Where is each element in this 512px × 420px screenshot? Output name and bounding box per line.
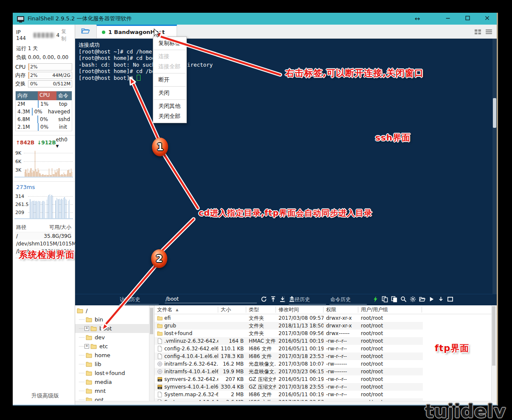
download-icon[interactable] bbox=[279, 296, 286, 302]
up-icon[interactable] bbox=[270, 296, 276, 302]
hamburger-menu-icon[interactable] bbox=[485, 28, 492, 35]
ping-bar bbox=[34, 200, 34, 218]
net-bar bbox=[58, 171, 58, 177]
refresh-icon[interactable] bbox=[261, 296, 267, 302]
process-cell: 2M bbox=[16, 100, 38, 108]
file-col-header-2[interactable]: 类型 bbox=[246, 307, 276, 313]
open-connections-button[interactable] bbox=[80, 27, 90, 36]
meter-2: 交换0%0/512M bbox=[15, 80, 72, 87]
file-size-cell: 207 KB bbox=[218, 376, 246, 382]
tree-guide bbox=[79, 319, 84, 320]
file-row[interactable]: initramfs-4.10.4-1.el6....19.9 MB光盘映像文..… bbox=[155, 368, 423, 375]
tree-item-lib[interactable]: lib bbox=[75, 360, 154, 369]
command-history-dropdown[interactable]: 命令历史 bbox=[329, 296, 367, 304]
menu-item-5[interactable]: 断开 bbox=[153, 75, 186, 85]
file-row[interactable]: GZsymvers-4.10.4-1.el6....330.4 KBGZ 压缩文… bbox=[155, 383, 423, 391]
copy-icon[interactable] bbox=[382, 296, 388, 302]
visit-history-dropdown[interactable]: 访问历史 bbox=[119, 296, 159, 304]
upgrade-link[interactable]: 升级高级版 bbox=[31, 392, 59, 400]
file-name-cell: config-2.6.32-642.el6.... bbox=[155, 346, 218, 352]
file-col-header-0[interactable]: 文件名▲ bbox=[155, 307, 218, 313]
ping-bar bbox=[60, 200, 61, 218]
tree-item-boot[interactable]: +boot bbox=[75, 324, 154, 333]
tree-item-media[interactable]: media bbox=[75, 378, 154, 386]
file-col-header-3[interactable]: 修改时间 bbox=[276, 307, 324, 313]
file-row[interactable]: lost+found文件夹2017/03/08 09:56drwx------r… bbox=[155, 330, 423, 337]
expand-icon[interactable]: + bbox=[84, 326, 89, 331]
net-bar bbox=[38, 168, 38, 177]
menu-item-10[interactable]: 关闭全部 bbox=[153, 111, 186, 121]
ping-bar bbox=[59, 199, 60, 219]
menu-item-7[interactable]: 关闭 bbox=[153, 88, 186, 98]
file-row[interactable]: efi文件夹2017/03/08 09:57drwxr-xr-xroot/roo… bbox=[155, 314, 423, 322]
file-col-header-4[interactable]: 权限 bbox=[324, 307, 358, 313]
file-name: lost+found bbox=[164, 330, 192, 336]
lightning-icon[interactable] bbox=[372, 296, 379, 302]
file-list[interactable]: 文件名▲大小类型修改时间权限用户/用户组 efi文件夹2017/03/08 09… bbox=[155, 305, 497, 405]
file-col-header-5[interactable]: 用户/用户组 bbox=[358, 307, 422, 313]
net-bar bbox=[70, 173, 70, 177]
tree-guide bbox=[79, 346, 84, 347]
net-bar bbox=[30, 171, 30, 177]
file-type-cell: HMAC 文件 bbox=[246, 338, 276, 345]
tree-item-root[interactable]: / bbox=[75, 306, 154, 315]
play-icon[interactable] bbox=[428, 296, 435, 302]
search-icon[interactable] bbox=[400, 296, 407, 302]
close-button[interactable] bbox=[477, 13, 497, 25]
maximize-button[interactable] bbox=[458, 13, 477, 25]
tree-item-bin[interactable]: bin bbox=[75, 315, 154, 324]
menu-item-9[interactable]: 关闭其他 bbox=[153, 101, 186, 111]
copy-ip-button[interactable]: 复制 bbox=[61, 28, 71, 42]
net-tick-3k: 3K bbox=[15, 167, 21, 173]
path-history-dropdown[interactable]: 路径历史 bbox=[289, 296, 326, 304]
path-input[interactable]: /boot bbox=[165, 296, 257, 303]
file-list-scrollbar[interactable] bbox=[491, 305, 496, 401]
tree-item-home[interactable]: home bbox=[75, 351, 154, 360]
tree-scrollbar[interactable] bbox=[149, 305, 154, 401]
tree-item-label: lib bbox=[95, 361, 101, 367]
ping-bar bbox=[53, 196, 53, 218]
net-bar bbox=[67, 174, 67, 177]
file-owner-cell: root/root bbox=[358, 315, 422, 321]
meter-track: 2%44M/2G bbox=[28, 72, 72, 79]
tree-item-mnt[interactable]: mnt bbox=[75, 386, 154, 395]
net-bar bbox=[63, 175, 63, 177]
process-cell: sshd bbox=[56, 116, 72, 123]
window-icon[interactable] bbox=[447, 296, 453, 302]
minimize-button[interactable] bbox=[438, 13, 458, 25]
meter-detail: 0/512M bbox=[53, 81, 70, 87]
grid-view-icon[interactable] bbox=[474, 28, 481, 35]
file-col-header-1[interactable]: 大小 bbox=[218, 307, 246, 313]
net-bar bbox=[28, 169, 28, 177]
tree-item-etc[interactable]: +etc bbox=[75, 342, 154, 351]
file-col-label: 大小 bbox=[221, 306, 231, 313]
ftp-annotation: ftp界面 bbox=[435, 342, 469, 354]
directory-tree[interactable]: /bin+bootdev+etchomeliblost+foundmediamn… bbox=[75, 305, 155, 405]
folder-open-icon[interactable] bbox=[419, 296, 425, 302]
file-row[interactable]: config-2.6.32-642.el6....110.1 KBI686 文件… bbox=[155, 345, 423, 352]
resize-button[interactable]: ↔ bbox=[411, 13, 424, 25]
file-row[interactable]: grub文件夹2018/11/13 18:50drwxr-xr-xroot/ro… bbox=[155, 322, 423, 330]
gear-icon[interactable] bbox=[410, 296, 416, 302]
file-name: symvers-2.6.32-642.el... bbox=[164, 376, 218, 382]
paste-icon[interactable] bbox=[391, 296, 397, 302]
file-row[interactable]: .vmlinuz-2.6.32-642.el...164 BHMAC 文件201… bbox=[155, 337, 423, 345]
terminal-scrollbar[interactable] bbox=[492, 39, 497, 294]
tab-tip-annotation: 右击标签,可以断开连接,关闭窗口 bbox=[285, 67, 424, 79]
file-name-cell: GZsymvers-2.6.32-642.el... bbox=[155, 376, 218, 382]
tree-item-lost+found[interactable]: lost+found bbox=[75, 369, 154, 378]
tree-item-dev[interactable]: dev bbox=[75, 333, 154, 342]
menu-item-0[interactable]: 复制标签 bbox=[153, 38, 186, 48]
meter-track: 0%0/512M bbox=[28, 80, 72, 87]
file-row[interactable]: GZsymvers-2.6.32-642.el...207 KBGZ 压缩文件2… bbox=[155, 375, 423, 383]
down-icon[interactable] bbox=[438, 296, 444, 302]
interface-selector[interactable]: eth0 ▼ bbox=[56, 137, 72, 149]
file-row[interactable]: config-4.10.4-1.el6.elr...178.3 KBI686 文… bbox=[155, 352, 423, 360]
ping-bar bbox=[63, 198, 64, 218]
file-mtime-cell: 2017/03/23 06:15 bbox=[276, 369, 324, 375]
connected-dot-icon bbox=[102, 31, 105, 34]
expand-icon[interactable]: + bbox=[84, 344, 89, 349]
file-row[interactable]: initramfs-2.6.32-642.e...16.2 MB光盘映像文...… bbox=[155, 360, 423, 368]
file-perms-cell: -rw-r--r-- bbox=[324, 384, 358, 390]
file-row[interactable]: System.map-2.6.32-6...2 MBI686 文件2016/05… bbox=[155, 391, 423, 398]
